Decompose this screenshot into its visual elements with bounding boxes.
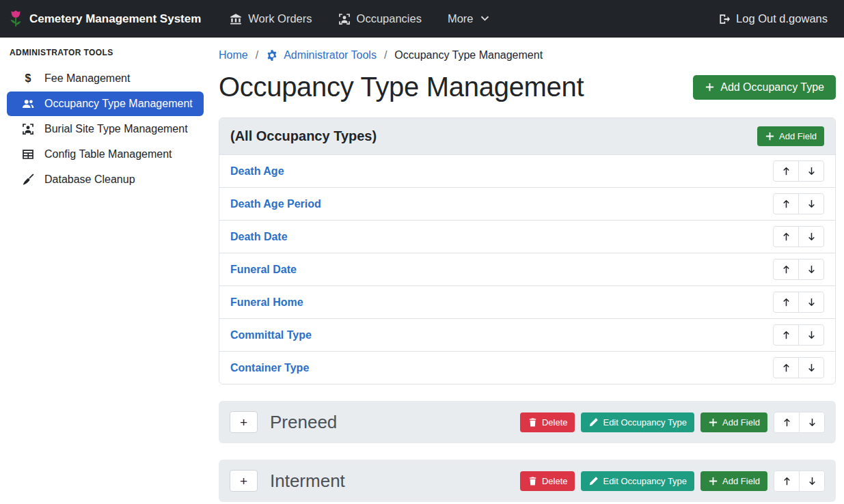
reorder-group (773, 259, 824, 280)
move-up-button[interactable] (773, 292, 799, 313)
occupancy-type-title: Preneed (270, 412, 337, 433)
move-up-button[interactable] (774, 471, 800, 492)
move-down-button[interactable] (798, 324, 824, 346)
breadcrumb-home[interactable]: Home (219, 49, 248, 61)
edit-occupancy-type-button[interactable]: Edit Occupancy Type (581, 412, 694, 432)
title-row: Occupancy Type Management Add Occupancy … (219, 72, 836, 102)
section-actions: Delete Edit Occupancy Type Add Field (520, 471, 825, 492)
add-field-button[interactable]: Add Field (757, 126, 824, 146)
field-link-funeral-home[interactable]: Funeral Home (230, 296, 303, 309)
move-up-button[interactable] (773, 259, 799, 280)
move-down-button[interactable] (798, 259, 824, 280)
sidebar-item-database-cleanup[interactable]: Database Cleanup (7, 167, 204, 192)
plus-icon (708, 476, 718, 486)
move-up-button[interactable] (774, 412, 800, 433)
arrow-down-icon (806, 330, 817, 340)
app-title: Cemetery Management System (29, 12, 201, 26)
move-down-button[interactable] (798, 160, 824, 182)
field-link-death-age[interactable]: Death Age (230, 165, 284, 178)
arrow-down-icon (807, 417, 817, 428)
field-row: Death Date (219, 221, 835, 253)
sidebar-item-occupancy-type-management[interactable]: Occupancy Type Management (7, 92, 204, 116)
arrow-up-icon (781, 330, 791, 340)
reorder-group (774, 412, 825, 433)
move-down-button[interactable] (798, 193, 824, 214)
arrow-up-icon (782, 476, 792, 486)
field-link-death-age-period[interactable]: Death Age Period (230, 198, 321, 210)
add-field-button[interactable]: Add Field (700, 471, 767, 491)
field-link-death-date[interactable]: Death Date (230, 231, 288, 243)
users-icon (21, 98, 36, 110)
field-row: Funeral Home (219, 286, 835, 319)
occupancy-type-section-interment: + Interment Delete Edit Occupancy Type A… (219, 460, 836, 502)
field-link-committal-type[interactable]: Committal Type (230, 329, 312, 341)
sidebar-item-label: Fee Management (44, 72, 130, 85)
dollar-icon: $ (21, 72, 36, 85)
delete-label: Delete (542, 417, 568, 428)
plus-icon (705, 82, 715, 92)
logout-button[interactable]: Log Out d.gowans (718, 12, 828, 25)
edit-label: Edit Occupancy Type (603, 476, 687, 486)
field-row: Container Type (219, 352, 835, 384)
move-up-button[interactable] (773, 324, 799, 346)
tulip-logo-icon (8, 10, 23, 29)
move-down-button[interactable] (798, 226, 824, 247)
breadcrumb-separator: / (256, 49, 258, 61)
arrow-down-icon (806, 264, 817, 275)
sidebar-item-burial-site-type-management[interactable]: Burial Site Type Management (7, 117, 204, 141)
occupancy-type-title: Interment (270, 471, 345, 492)
move-up-button[interactable] (773, 160, 799, 182)
move-down-button[interactable] (799, 471, 825, 492)
expand-button[interactable]: + (230, 411, 258, 433)
reorder-group (773, 226, 824, 247)
add-field-button[interactable]: Add Field (700, 412, 767, 432)
gear-icon (266, 49, 278, 61)
sidebar-item-fee-management[interactable]: $ Fee Management (7, 66, 204, 91)
arrow-down-icon (806, 232, 817, 242)
breadcrumb-separator: / (384, 49, 387, 61)
move-up-button[interactable] (773, 226, 799, 247)
reorder-group (773, 357, 824, 378)
arrow-down-icon (806, 199, 817, 209)
trash-icon (528, 476, 538, 486)
sidebar-item-label: Config Table Management (44, 148, 172, 160)
main-content: Home / Administrator Tools / Occupancy T… (210, 38, 844, 504)
move-down-button[interactable] (799, 412, 825, 433)
bank-icon (230, 13, 242, 25)
sidebar-item-label: Occupancy Type Management (44, 98, 193, 110)
add-field-label: Add Field (779, 131, 817, 141)
reorder-group (773, 292, 824, 313)
delete-button[interactable]: Delete (520, 471, 575, 491)
add-occupancy-type-button[interactable]: Add Occupancy Type (693, 75, 836, 100)
arrow-down-icon (806, 166, 817, 176)
delete-button[interactable]: Delete (520, 412, 575, 432)
move-down-button[interactable] (798, 292, 824, 313)
nav-more[interactable]: More (448, 12, 490, 25)
expand-button[interactable]: + (230, 470, 258, 492)
reorder-group (773, 324, 824, 346)
breadcrumb-administrator-tools[interactable]: Administrator Tools (266, 49, 377, 61)
pencil-icon (588, 476, 599, 486)
sidebar: ADMINISTRATOR TOOLS $ Fee Management Occ… (0, 38, 210, 504)
sidebar-item-config-table-management[interactable]: Config Table Management (7, 142, 204, 167)
logout-label: Log Out d.gowans (736, 12, 828, 25)
field-link-container-type[interactable]: Container Type (230, 362, 309, 374)
nav-work-orders[interactable]: Work Orders (230, 12, 312, 25)
card-title: (All Occupancy Types) (230, 128, 377, 144)
arrow-up-icon (781, 232, 791, 242)
field-link-funeral-date[interactable]: Funeral Date (230, 264, 297, 276)
arrow-up-icon (781, 199, 791, 209)
nav-occupancies-label: Occupancies (357, 12, 422, 25)
move-up-button[interactable] (773, 357, 799, 378)
app-brand[interactable]: Cemetery Management System (8, 10, 201, 29)
breadcrumb: Home / Administrator Tools / Occupancy T… (219, 49, 836, 61)
all-occupancy-types-card: (All Occupancy Types) Add Field Death Ag… (219, 117, 836, 384)
add-field-label: Add Field (722, 476, 760, 486)
top-navbar: Cemetery Management System Work Orders O… (0, 0, 844, 38)
move-up-button[interactable] (773, 193, 799, 214)
arrow-up-icon (781, 264, 791, 275)
move-down-button[interactable] (798, 357, 824, 378)
nav-occupancies[interactable]: Occupancies (338, 12, 422, 25)
edit-occupancy-type-button[interactable]: Edit Occupancy Type (581, 471, 694, 491)
card-header: (All Occupancy Types) Add Field (219, 118, 835, 155)
